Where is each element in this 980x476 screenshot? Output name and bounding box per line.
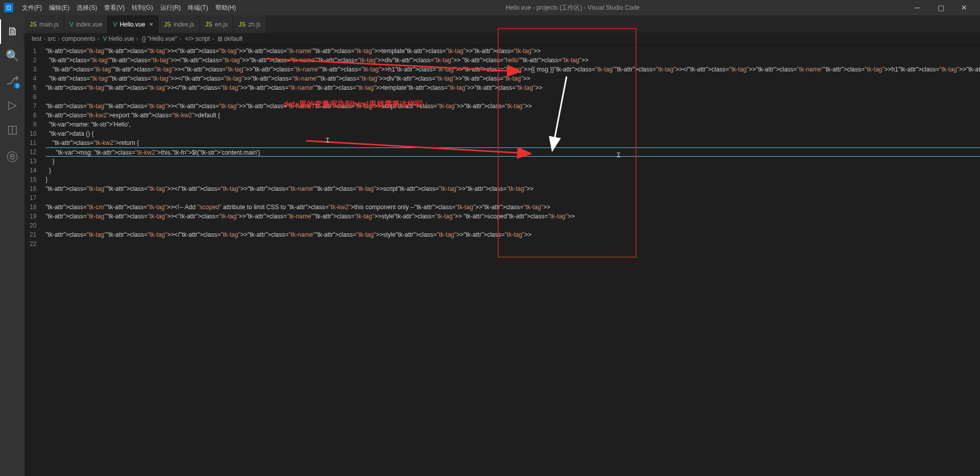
crumb-item[interactable]: src	[47, 35, 56, 42]
menu-item[interactable]: 编辑(E)	[45, 4, 73, 11]
code-line[interactable]: "tk-attr">class="tk-cm""tk-attr">class="…	[45, 203, 980, 212]
code-line[interactable]: "tk-attr">class="tk-kw2">export "tk-attr…	[45, 111, 980, 120]
crumb-icon: {}	[142, 35, 146, 42]
tab[interactable]: VHello.vue×	[108, 15, 159, 33]
tab-label: index.js	[174, 21, 194, 28]
menu-item[interactable]: 选择(S)	[73, 4, 101, 11]
tab[interactable]: JSindex.js	[159, 15, 200, 33]
code-line[interactable]: }	[45, 157, 980, 166]
crumb-item[interactable]: test	[32, 35, 41, 42]
code-lines[interactable]: "tk-attr">class="tk-tag""tk-attr">class=…	[45, 44, 980, 476]
code-line[interactable]	[45, 221, 980, 230]
code-line[interactable]: "tk-attr">class="tk-tag""tk-attr">class=…	[45, 184, 980, 193]
code-line[interactable]	[45, 239, 980, 248]
crumb-item[interactable]: Hello.vue	[109, 35, 134, 42]
code-line[interactable]: "tk-attr">class="tk-tag""tk-attr">class=…	[45, 74, 980, 83]
menu-item[interactable]: 文件(F)	[18, 4, 45, 11]
crumb-item[interactable]: default	[224, 35, 242, 42]
vue-icon: V	[69, 21, 74, 28]
tab[interactable]: JSmain.js	[24, 15, 64, 33]
tab-label: zh.js	[248, 21, 261, 28]
code-line[interactable]: "tk-attr">class="tk-tag""tk-attr">class=…	[45, 83, 980, 92]
gutter: 12345678910111213141516171819202122	[24, 44, 45, 476]
code-line[interactable]: "tk-attr">class="tk-tag""tk-attr">class=…	[45, 212, 980, 221]
code-line[interactable]: "tk-attr">class="tk-tag""tk-attr">class=…	[45, 102, 980, 111]
edge-icon[interactable]: ⓔ	[0, 145, 24, 169]
code-line[interactable]: "tk-attr">class="tk-tag""tk-attr">class=…	[45, 65, 980, 74]
js-icon: JS	[164, 21, 171, 28]
tab[interactable]: JSen.js	[200, 15, 233, 33]
run-debug-icon[interactable]: ▷	[0, 93, 24, 117]
code-line[interactable]: "tk-attr">class="tk-tag""tk-attr">class=…	[45, 46, 980, 56]
code-line[interactable]: "tk-var">msg: "tk-attr">class="tk-kw2">t…	[45, 147, 980, 157]
menu-item[interactable]: 转到(G)	[128, 4, 156, 11]
breadcrumb[interactable]: test›src›components›VHello.vue›{}"Hello.…	[24, 33, 980, 44]
crumb-item[interactable]: components	[62, 35, 95, 42]
code-line[interactable]: }	[45, 175, 980, 184]
tab-label: Hello.vue	[119, 21, 145, 28]
js-icon: JS	[30, 21, 37, 28]
crumb-item[interactable]: "Hello.vue"	[148, 35, 178, 42]
code-line[interactable]: "tk-attr">class="tk-tag""tk-attr">class=…	[45, 56, 980, 65]
code-line[interactable]: }	[45, 166, 980, 175]
code-line[interactable]: "tk-var">name: "tk-str">'Hello',	[45, 120, 980, 129]
maximize-button[interactable]: ▢	[929, 4, 952, 12]
code-line[interactable]	[45, 92, 980, 102]
js-icon: JS	[238, 21, 246, 28]
extensions-icon[interactable]: ◫	[0, 117, 24, 142]
tab[interactable]: JSzh.js	[233, 15, 266, 33]
editor-group-1: JSmain.jsVindex.vueVHello.vue×JSindex.js…	[24, 15, 980, 476]
code-line[interactable]: "tk-var">data () {	[45, 129, 980, 138]
crumb-icon: V	[103, 35, 107, 42]
text-cursor-icon: Ꮖ	[617, 152, 617, 160]
code-line[interactable]: "tk-attr">class="tk-tag""tk-attr">class=…	[45, 230, 980, 239]
activity-bar: 🗎 🔍 ⎇3 ▷ ◫ ⓔ	[0, 15, 24, 476]
menu-item[interactable]: 帮助(H)	[212, 4, 240, 11]
search-icon[interactable]: 🔍	[0, 44, 24, 68]
code-editor-1[interactable]: 12345678910111213141516171819202122 "tk-…	[24, 44, 980, 476]
tab-label: main.js	[39, 21, 59, 28]
menu-item[interactable]: 查看(V)	[101, 4, 128, 11]
menu-item[interactable]: 运行(R)	[157, 4, 185, 11]
menu-item[interactable]: 终端(T)	[184, 4, 211, 11]
crumb-icon: </>	[185, 35, 193, 42]
window-title: Hello.vue - projects (工作区) - Visual Stud…	[239, 4, 905, 12]
tab[interactable]: Vindex.vue	[64, 15, 108, 33]
tab-label: index.vue	[76, 21, 102, 28]
tabs-group-1: JSmain.jsVindex.vueVHello.vue×JSindex.js…	[24, 15, 980, 33]
menubar: 文件(F)编辑(E)选择(S)查看(V)转到(G)运行(R)终端(T)帮助(H)…	[0, 0, 980, 15]
crumb-icon: ⊞	[217, 35, 223, 42]
source-control-icon[interactable]: ⎇3	[0, 68, 24, 93]
close-tab-icon[interactable]: ×	[149, 20, 153, 28]
tab-label: en.js	[215, 21, 228, 28]
code-line[interactable]: "tk-attr">class="tk-kw2">return {	[45, 138, 980, 147]
text-cursor-icon: Ꮖ	[326, 137, 326, 145]
explorer-icon[interactable]: 🗎	[0, 19, 24, 44]
scm-badge: 3	[14, 83, 20, 89]
vscode-logo-icon	[4, 3, 13, 12]
minimize-button[interactable]: ─	[905, 4, 929, 12]
code-line[interactable]	[45, 193, 980, 203]
editor-area: JSmain.jsVindex.vueVHello.vue×JSindex.js…	[24, 15, 980, 476]
crumb-item[interactable]: script	[195, 35, 210, 42]
vue-icon: V	[113, 21, 117, 28]
close-window-button[interactable]: ✕	[952, 4, 976, 12]
js-icon: JS	[205, 21, 212, 28]
